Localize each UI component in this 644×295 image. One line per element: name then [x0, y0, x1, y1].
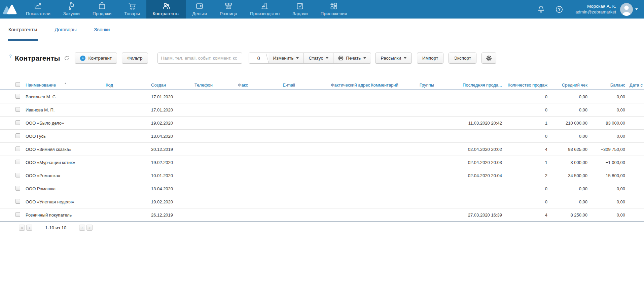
row-checkbox[interactable]: [15, 160, 20, 164]
column-header-name[interactable]: Наименование▲: [24, 83, 87, 88]
row-checkbox[interactable]: [15, 186, 20, 191]
export-button[interactable]: Экспорт: [449, 53, 476, 64]
mailings-button[interactable]: Рассылки: [375, 53, 412, 64]
cell-name: ООО «Зимняя сказка»: [24, 147, 87, 152]
nav-item-apps[interactable]: Приложения: [314, 0, 353, 19]
page-title: Контрагенты: [15, 54, 60, 62]
nav-item-retail[interactable]: Розница: [213, 0, 244, 19]
nav-item-money[interactable]: Деньги: [186, 0, 213, 19]
tab-label: Договоры: [55, 27, 76, 32]
column-header-phone[interactable]: Телефон: [174, 83, 215, 88]
column-header-last-sale[interactable]: Последняя прода...: [434, 83, 502, 88]
column-header-comment[interactable]: Комментарий: [370, 83, 400, 88]
status-button[interactable]: Статус: [303, 53, 333, 63]
table-row[interactable]: ООО «Было дело» 19.02.2020 14:08 11.03.2…: [0, 117, 644, 130]
add-counterparty-button[interactable]: + Контрагент: [75, 53, 117, 64]
search-input[interactable]: [157, 53, 242, 64]
user-email: admin@zebramarket: [575, 9, 616, 15]
change-label: Изменить: [273, 56, 294, 61]
nav-label: Деньги: [192, 11, 207, 16]
nav-item-purchases[interactable]: Закупки: [57, 0, 86, 19]
cell-name: Розничный покупатель: [24, 212, 87, 218]
pagination-next-button[interactable]: ›: [79, 225, 85, 231]
print-button[interactable]: Печать: [333, 53, 371, 63]
row-checkbox-cell: [0, 107, 24, 113]
nav-item-goods[interactable]: Товары: [118, 0, 146, 19]
bag-icon: [98, 2, 106, 10]
row-checkbox[interactable]: [15, 107, 20, 112]
sort-asc-icon: ▲: [64, 82, 67, 85]
table-row[interactable]: ООО «Ромашка» 10.01.2020 15:04 02.04.202…: [0, 169, 644, 182]
import-button[interactable]: Импорт: [417, 53, 443, 64]
gear-icon: [486, 55, 492, 61]
column-header-sales-count[interactable]: Количество продаж: [502, 83, 547, 88]
column-header-groups[interactable]: Группы: [400, 83, 434, 88]
notifications-bell-icon[interactable]: [536, 5, 546, 14]
cell-sales-count: 1: [502, 160, 547, 165]
column-header-created[interactable]: Создан: [113, 83, 174, 88]
pagination-last-button[interactable]: »: [86, 225, 93, 231]
column-header-code[interactable]: Код: [87, 83, 113, 88]
row-checkbox-cell: [0, 199, 24, 205]
row-checkbox[interactable]: [15, 120, 20, 125]
refresh-icon[interactable]: [64, 56, 69, 61]
table-row[interactable]: ООО Гусь 13.04.2020 17:12 0 0,00 0,00: [0, 130, 644, 143]
cell-name: ООО Гусь: [24, 134, 87, 139]
table-row[interactable]: Розничный покупатель 26.12.2019 13:54 27…: [0, 208, 644, 222]
page-help-icon[interactable]: ?: [9, 54, 12, 59]
row-checkbox-cell: [0, 94, 24, 100]
section-tabs: Контрагенты Договоры Звонки: [0, 19, 644, 41]
table-row[interactable]: ООО «Мурчащий котик» 19.02.2020 14:07 02…: [0, 156, 644, 169]
column-header-email[interactable]: E-mail: [251, 83, 298, 88]
row-checkbox[interactable]: [15, 146, 20, 151]
cell-last-sale: 02.04.2020 20:04: [434, 173, 502, 178]
cell-name: ООО Ромашка: [24, 186, 87, 191]
user-menu[interactable]: Морская А. К. admin@zebramarket: [575, 4, 616, 15]
row-checkbox[interactable]: [15, 173, 20, 177]
settings-button[interactable]: [481, 53, 496, 64]
row-checkbox[interactable]: [15, 199, 20, 204]
chevron-down-icon: [363, 57, 366, 59]
column-header-avg-check[interactable]: Средний чек: [547, 83, 587, 88]
avatar[interactable]: [620, 3, 633, 16]
nav-item-production[interactable]: Производство: [244, 0, 286, 19]
user-menu-caret-icon[interactable]: [635, 8, 638, 10]
nav-item-tasks[interactable]: Задачи: [286, 0, 314, 19]
cell-balance: −1 000,00: [587, 160, 625, 165]
filter-button[interactable]: Фильтр: [122, 53, 148, 64]
tab-counterparties[interactable]: Контрагенты: [8, 19, 38, 41]
tab-calls[interactable]: Звонки: [94, 19, 111, 41]
column-header-balance[interactable]: Баланс: [587, 83, 625, 88]
table-row[interactable]: Иванова М. П. 17.01.2020 13:24 0 0,00 0,…: [0, 103, 644, 117]
table-row[interactable]: Васильев М. С. 17.01.2020 13:22 0 0,00 0…: [0, 90, 644, 103]
column-header-address[interactable]: Фактический адрес: [298, 83, 370, 88]
tab-label: Контрагенты: [8, 27, 37, 32]
table-row[interactable]: ООО «Зимняя сказка» 30.12.2019 16:51 02.…: [0, 143, 644, 156]
print-label: Печать: [346, 56, 361, 61]
pagination-prev-button[interactable]: ‹: [26, 225, 32, 231]
table-row[interactable]: ООО Ромашка 13.04.2020 17:12 0 0,00 0,00: [0, 182, 644, 195]
pagination: « ‹ 1-10 из 10 › »: [0, 225, 644, 231]
select-all-checkbox[interactable]: [15, 82, 20, 87]
help-icon[interactable]: ?: [554, 5, 564, 14]
cell-avg-check: 34 500,00: [547, 173, 587, 178]
nav-item-indicators[interactable]: Показатели: [20, 0, 57, 19]
cell-sales-count: 0: [502, 94, 547, 99]
plus-circle-icon: +: [80, 56, 85, 61]
nav-item-sales[interactable]: Продажи: [86, 0, 118, 19]
nav-item-counterparties[interactable]: Контрагенты: [146, 0, 186, 19]
cart-icon: [128, 2, 137, 10]
nav-label: Показатели: [26, 11, 50, 16]
row-checkbox[interactable]: [15, 94, 20, 99]
tab-contracts[interactable]: Договоры: [54, 19, 77, 41]
column-header-date[interactable]: Дата с: [625, 83, 644, 88]
app-logo[interactable]: [0, 0, 20, 19]
add-counterparty-label: Контрагент: [88, 56, 112, 61]
row-checkbox[interactable]: [15, 133, 20, 138]
pagination-first-button[interactable]: «: [19, 225, 25, 231]
column-header-fax[interactable]: Факс: [215, 83, 251, 88]
cell-sales-count: 2: [502, 173, 547, 178]
row-checkbox[interactable]: [15, 212, 20, 217]
change-button[interactable]: Изменить: [269, 53, 304, 63]
table-row[interactable]: ООО «Улетная неделя» 19.02.2020 14:08 0 …: [0, 195, 644, 208]
